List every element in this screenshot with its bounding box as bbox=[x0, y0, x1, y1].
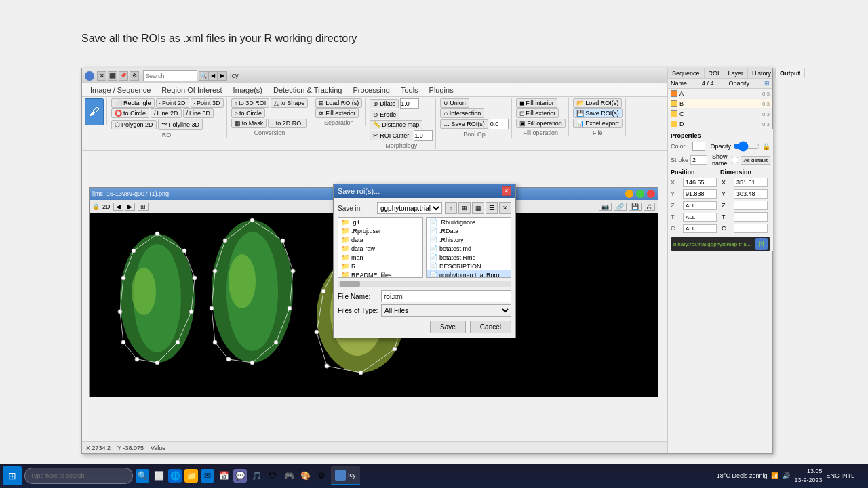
menu-image[interactable]: Image / Sequence bbox=[85, 85, 156, 96]
dim-x-input[interactable] bbox=[734, 178, 768, 187]
other-op-value[interactable] bbox=[490, 119, 509, 129]
show-desktop-btn[interactable] bbox=[859, 466, 863, 485]
menu-plugins[interactable]: Plugins bbox=[424, 85, 459, 96]
taskbar-icon-tasks[interactable]: ⬜ bbox=[152, 469, 165, 483]
to3d-btn[interactable]: ↑ to 3D ROI bbox=[231, 98, 270, 108]
taskbar-icon-search[interactable]: 🔍 bbox=[136, 469, 149, 483]
title-icon-4[interactable]: ⚙ bbox=[130, 71, 139, 81]
taskbar-icon-edge[interactable]: 🌐 bbox=[168, 469, 182, 483]
dilate-btn[interactable]: ⊕ Dilate bbox=[370, 99, 399, 108]
db-icon[interactable]: 🗄 bbox=[755, 238, 768, 250]
line3d-btn[interactable]: / Line 3D bbox=[183, 108, 214, 118]
img-ctrl-3[interactable]: 💾 bbox=[629, 203, 642, 211]
as-default-btn[interactable]: As default bbox=[741, 156, 770, 165]
to-circle-btn[interactable]: ○ to Circle bbox=[231, 108, 265, 118]
taskbar-icon-mail[interactable]: ✉ bbox=[201, 469, 214, 483]
start-button[interactable]: ⊞ bbox=[3, 466, 22, 485]
roi-item-a[interactable]: A 0.3 bbox=[668, 89, 772, 99]
tab-output[interactable]: Output bbox=[776, 68, 805, 78]
line2d-btn[interactable]: / Line 2D bbox=[151, 108, 182, 118]
other-op-btn[interactable]: … Save ROI(s) bbox=[440, 119, 488, 129]
nav-back[interactable]: ◀ bbox=[208, 71, 218, 81]
roi-add-btn[interactable]: ⊞ bbox=[764, 80, 770, 87]
nav-forward[interactable]: ▶ bbox=[218, 71, 227, 81]
img-ctrl-2[interactable]: 🔗 bbox=[614, 203, 627, 211]
y-input[interactable] bbox=[683, 189, 717, 199]
file-item-betatestmd[interactable]: 📄 betatest.md bbox=[427, 244, 511, 253]
show-name-checkbox[interactable] bbox=[732, 157, 738, 163]
fill-interior-btn[interactable]: ◼ Fill interior bbox=[516, 98, 557, 108]
taskbar-icon-calendar[interactable]: 📅 bbox=[217, 469, 231, 483]
tab-roi[interactable]: ROI bbox=[705, 68, 724, 78]
taskbar-icon-explorer[interactable]: 📁 bbox=[184, 469, 198, 483]
magic-wand-icon[interactable]: 🖌 bbox=[85, 98, 104, 125]
zoom-prev-btn[interactable]: ◀ bbox=[113, 203, 123, 211]
taskbar-icon-teams[interactable]: 💬 bbox=[233, 469, 247, 483]
file-item-dataraw[interactable]: 📁 data-raw bbox=[338, 244, 422, 253]
title-icon-1[interactable]: ✕ bbox=[97, 71, 106, 81]
menu-images[interactable]: Image(s) bbox=[228, 85, 268, 96]
roi-item-c[interactable]: C 0.3 bbox=[668, 109, 772, 119]
taskbar-icon-settings[interactable]: ⚙ bbox=[315, 469, 328, 483]
union-btn[interactable]: ∪ Union bbox=[440, 98, 469, 108]
file-item-rbuild[interactable]: 📄 .Rbuildignore bbox=[427, 218, 511, 226]
file-item-rhistory[interactable]: 📄 .Rhistory bbox=[427, 235, 511, 244]
excel-export-btn[interactable]: 📊 Excel export bbox=[573, 119, 623, 128]
dialog-close-btn[interactable]: ✕ bbox=[502, 186, 511, 196]
save-in-select[interactable]: ggphytomap.trial bbox=[377, 202, 442, 214]
dim-t-input[interactable] bbox=[734, 212, 768, 222]
x-input[interactable] bbox=[683, 178, 717, 187]
taskbar-icon-paint[interactable]: 🎨 bbox=[298, 469, 312, 483]
point3d-btn[interactable]: · Point 3D bbox=[191, 98, 224, 108]
fill-op-btn[interactable]: ▣ Fill operation bbox=[516, 119, 566, 128]
separate-component-btn[interactable]: ⊞ Load ROI(s) bbox=[315, 98, 362, 108]
roi-item-b[interactable]: B 0.3 bbox=[668, 99, 772, 109]
file-item-rproj[interactable]: 📁 .Rproj.user bbox=[338, 226, 422, 235]
img-ctrl-4[interactable]: 🖨 bbox=[644, 203, 655, 211]
roi-cutter-value[interactable] bbox=[414, 130, 433, 141]
roi-item-d[interactable]: D 0.3 bbox=[668, 119, 772, 129]
dim-y-input[interactable] bbox=[734, 189, 768, 199]
menu-processing[interactable]: Processing bbox=[347, 85, 395, 96]
dilate-value[interactable] bbox=[400, 98, 419, 109]
menu-roi[interactable]: Region Of Interest bbox=[156, 85, 227, 96]
img-ctrl-1[interactable]: 📷 bbox=[599, 203, 612, 211]
img-win-close[interactable] bbox=[647, 190, 655, 198]
detail-view-btn[interactable]: ☰ bbox=[486, 202, 498, 214]
color-picker[interactable] bbox=[692, 142, 706, 151]
grid-btn[interactable]: ⊞ bbox=[138, 203, 149, 211]
taskbar-icon-music[interactable]: 🎵 bbox=[250, 469, 263, 483]
load-roi-btn[interactable]: 📂 Load ROI(s) bbox=[573, 98, 623, 108]
save-button[interactable]: Save bbox=[430, 321, 466, 333]
separate-watershed-btn[interactable]: ≋ Fill exterior bbox=[315, 108, 359, 118]
new-folder-btn[interactable]: ⊞ bbox=[458, 202, 471, 214]
menu-tools[interactable]: Tools bbox=[395, 85, 424, 96]
tab-history[interactable]: History bbox=[748, 68, 776, 78]
point2d-btn[interactable]: · Point 2D bbox=[156, 98, 189, 108]
title-search-input[interactable] bbox=[143, 70, 197, 81]
file-item-git[interactable]: 📁 .git bbox=[338, 218, 422, 226]
lock-opacity-btn[interactable]: 🔒 bbox=[762, 143, 770, 150]
dim-c-input[interactable] bbox=[734, 224, 768, 233]
fill-exterior-btn[interactable]: ◻ Fill exterior bbox=[516, 108, 559, 118]
file-item-rdata[interactable]: 📄 .RData bbox=[427, 226, 511, 235]
tab-layer[interactable]: Layer bbox=[724, 68, 749, 78]
tab-sequence[interactable]: Sequence bbox=[668, 68, 705, 78]
network-icon[interactable]: 📶 bbox=[771, 472, 778, 479]
title-icon-2[interactable]: ⬛ bbox=[108, 71, 117, 81]
cancel-button[interactable]: Cancel bbox=[470, 321, 511, 333]
save-roi-dialog[interactable]: Save roi(s)... ✕ Save in: ggphytomap.tri… bbox=[333, 184, 516, 338]
list-view-btn[interactable]: ▦ bbox=[472, 202, 484, 214]
img-win-min[interactable] bbox=[625, 190, 633, 198]
dim-z-input[interactable] bbox=[734, 201, 768, 210]
filetype-select[interactable]: All Files bbox=[381, 304, 511, 317]
taskbar-icon-icy[interactable]: Icy bbox=[331, 466, 360, 485]
file-item-man[interactable]: 📁 man bbox=[338, 253, 422, 262]
zoom-next-btn[interactable]: ▶ bbox=[125, 203, 135, 211]
taskbar-icon-defender[interactable]: 🛡 bbox=[266, 469, 279, 483]
ellipse-btn[interactable]: ⭕ to Circle bbox=[111, 108, 149, 118]
opacity-slider[interactable] bbox=[733, 143, 760, 150]
save-roi-btn[interactable]: 💾 Save ROI(s) bbox=[573, 108, 623, 118]
menu-detection[interactable]: Detection & Tracking bbox=[268, 85, 348, 96]
to-shape-btn[interactable]: △ to Shape bbox=[271, 98, 308, 108]
